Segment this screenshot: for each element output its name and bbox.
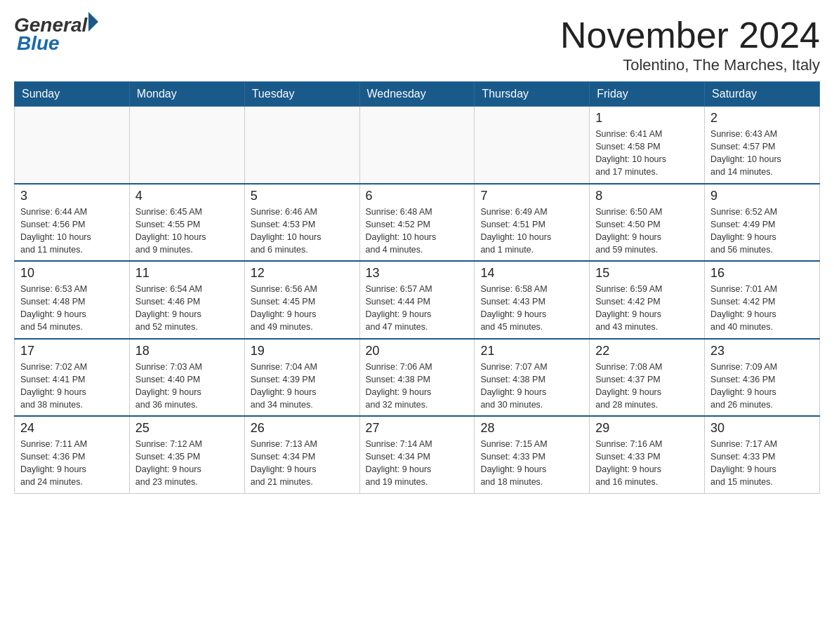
day-sun-info: Sunrise: 6:56 AM Sunset: 4:45 PM Dayligh… bbox=[251, 283, 354, 334]
month-title: November 2024 bbox=[560, 14, 820, 56]
day-sun-info: Sunrise: 7:16 AM Sunset: 4:33 PM Dayligh… bbox=[595, 438, 699, 489]
day-sun-info: Sunrise: 6:46 AM Sunset: 4:53 PM Dayligh… bbox=[251, 206, 354, 257]
day-sun-info: Sunrise: 7:04 AM Sunset: 4:39 PM Dayligh… bbox=[251, 361, 354, 412]
day-number: 6 bbox=[366, 189, 469, 203]
day-number: 13 bbox=[366, 266, 469, 281]
calendar-cell bbox=[244, 107, 359, 184]
day-number: 29 bbox=[595, 421, 699, 436]
day-number: 1 bbox=[595, 111, 699, 126]
day-number: 27 bbox=[366, 421, 469, 436]
calendar-cell: 27Sunrise: 7:14 AM Sunset: 4:34 PM Dayli… bbox=[359, 416, 475, 493]
weekday-header-friday: Friday bbox=[590, 82, 705, 107]
day-number: 11 bbox=[135, 266, 239, 281]
day-sun-info: Sunrise: 7:12 AM Sunset: 4:35 PM Dayligh… bbox=[135, 438, 239, 489]
calendar-cell: 30Sunrise: 7:17 AM Sunset: 4:33 PM Dayli… bbox=[705, 416, 820, 493]
logo: General Blue bbox=[14, 14, 98, 55]
calendar-cell bbox=[15, 107, 130, 184]
weekday-header-row: SundayMondayTuesdayWednesdayThursdayFrid… bbox=[15, 82, 820, 107]
day-sun-info: Sunrise: 7:03 AM Sunset: 4:40 PM Dayligh… bbox=[135, 361, 239, 412]
calendar-cell: 10Sunrise: 6:53 AM Sunset: 4:48 PM Dayli… bbox=[15, 261, 130, 339]
day-number: 7 bbox=[480, 189, 583, 203]
calendar-cell: 28Sunrise: 7:15 AM Sunset: 4:33 PM Dayli… bbox=[475, 416, 590, 493]
day-number: 21 bbox=[480, 344, 583, 358]
weekday-header-saturday: Saturday bbox=[705, 82, 820, 107]
day-sun-info: Sunrise: 6:52 AM Sunset: 4:49 PM Dayligh… bbox=[710, 206, 814, 257]
day-sun-info: Sunrise: 6:53 AM Sunset: 4:48 PM Dayligh… bbox=[20, 283, 124, 334]
calendar-cell: 19Sunrise: 7:04 AM Sunset: 4:39 PM Dayli… bbox=[244, 339, 359, 417]
calendar-cell: 26Sunrise: 7:13 AM Sunset: 4:34 PM Dayli… bbox=[244, 416, 359, 493]
calendar-cell: 12Sunrise: 6:56 AM Sunset: 4:45 PM Dayli… bbox=[244, 261, 359, 339]
day-number: 25 bbox=[135, 421, 239, 436]
day-sun-info: Sunrise: 6:48 AM Sunset: 4:52 PM Dayligh… bbox=[366, 206, 469, 257]
day-sun-info: Sunrise: 6:43 AM Sunset: 4:57 PM Dayligh… bbox=[710, 128, 814, 179]
calendar-cell: 22Sunrise: 7:08 AM Sunset: 4:37 PM Dayli… bbox=[590, 339, 705, 417]
day-number: 5 bbox=[251, 189, 354, 203]
calendar-cell: 21Sunrise: 7:07 AM Sunset: 4:38 PM Dayli… bbox=[475, 339, 590, 417]
calendar-cell: 16Sunrise: 7:01 AM Sunset: 4:42 PM Dayli… bbox=[705, 261, 820, 339]
day-sun-info: Sunrise: 7:02 AM Sunset: 4:41 PM Dayligh… bbox=[20, 361, 124, 412]
calendar-week-row-5: 24Sunrise: 7:11 AM Sunset: 4:36 PM Dayli… bbox=[15, 416, 820, 493]
calendar-cell: 24Sunrise: 7:11 AM Sunset: 4:36 PM Dayli… bbox=[15, 416, 130, 493]
calendar-week-row-2: 3Sunrise: 6:44 AM Sunset: 4:56 PM Daylig… bbox=[15, 184, 820, 262]
calendar-cell: 7Sunrise: 6:49 AM Sunset: 4:51 PM Daylig… bbox=[475, 184, 590, 262]
calendar-cell: 3Sunrise: 6:44 AM Sunset: 4:56 PM Daylig… bbox=[15, 184, 130, 262]
weekday-header-thursday: Thursday bbox=[475, 82, 590, 107]
calendar-cell: 9Sunrise: 6:52 AM Sunset: 4:49 PM Daylig… bbox=[705, 184, 820, 262]
day-sun-info: Sunrise: 7:08 AM Sunset: 4:37 PM Dayligh… bbox=[595, 361, 699, 412]
weekday-header-wednesday: Wednesday bbox=[359, 82, 475, 107]
calendar-cell bbox=[359, 107, 475, 184]
day-sun-info: Sunrise: 6:54 AM Sunset: 4:46 PM Dayligh… bbox=[135, 283, 239, 334]
calendar-cell: 1Sunrise: 6:41 AM Sunset: 4:58 PM Daylig… bbox=[590, 107, 705, 184]
calendar-cell: 20Sunrise: 7:06 AM Sunset: 4:38 PM Dayli… bbox=[359, 339, 475, 417]
title-section: November 2024 Tolentino, The Marches, It… bbox=[560, 14, 820, 74]
calendar-cell: 29Sunrise: 7:16 AM Sunset: 4:33 PM Dayli… bbox=[590, 416, 705, 493]
calendar-week-row-4: 17Sunrise: 7:02 AM Sunset: 4:41 PM Dayli… bbox=[15, 339, 820, 417]
calendar-cell: 14Sunrise: 6:58 AM Sunset: 4:43 PM Dayli… bbox=[475, 261, 590, 339]
logo-blue-text: Blue bbox=[17, 32, 60, 55]
day-number: 19 bbox=[251, 344, 354, 358]
day-sun-info: Sunrise: 6:50 AM Sunset: 4:50 PM Dayligh… bbox=[595, 206, 699, 257]
day-number: 14 bbox=[480, 266, 583, 281]
location-text: Tolentino, The Marches, Italy bbox=[560, 56, 820, 74]
calendar-cell: 15Sunrise: 6:59 AM Sunset: 4:42 PM Dayli… bbox=[590, 261, 705, 339]
day-number: 24 bbox=[20, 421, 124, 436]
day-number: 22 bbox=[595, 344, 699, 358]
day-sun-info: Sunrise: 7:13 AM Sunset: 4:34 PM Dayligh… bbox=[251, 438, 354, 489]
calendar-cell: 6Sunrise: 6:48 AM Sunset: 4:52 PM Daylig… bbox=[359, 184, 475, 262]
calendar-cell: 5Sunrise: 6:46 AM Sunset: 4:53 PM Daylig… bbox=[244, 184, 359, 262]
calendar-week-row-3: 10Sunrise: 6:53 AM Sunset: 4:48 PM Dayli… bbox=[15, 261, 820, 339]
day-sun-info: Sunrise: 6:44 AM Sunset: 4:56 PM Dayligh… bbox=[20, 206, 124, 257]
day-sun-info: Sunrise: 6:57 AM Sunset: 4:44 PM Dayligh… bbox=[366, 283, 469, 334]
day-number: 15 bbox=[595, 266, 699, 281]
calendar-cell: 2Sunrise: 6:43 AM Sunset: 4:57 PM Daylig… bbox=[705, 107, 820, 184]
calendar-cell: 18Sunrise: 7:03 AM Sunset: 4:40 PM Dayli… bbox=[129, 339, 244, 417]
day-number: 12 bbox=[251, 266, 354, 281]
day-sun-info: Sunrise: 7:14 AM Sunset: 4:34 PM Dayligh… bbox=[366, 438, 469, 489]
day-number: 16 bbox=[710, 266, 814, 281]
day-number: 4 bbox=[135, 189, 239, 203]
day-number: 30 bbox=[710, 421, 814, 436]
day-sun-info: Sunrise: 7:11 AM Sunset: 4:36 PM Dayligh… bbox=[20, 438, 124, 489]
logo-arrow-icon bbox=[88, 12, 98, 32]
day-sun-info: Sunrise: 6:49 AM Sunset: 4:51 PM Dayligh… bbox=[480, 206, 583, 257]
day-sun-info: Sunrise: 7:09 AM Sunset: 4:36 PM Dayligh… bbox=[710, 361, 814, 412]
weekday-header-sunday: Sunday bbox=[15, 82, 130, 107]
day-sun-info: Sunrise: 7:01 AM Sunset: 4:42 PM Dayligh… bbox=[710, 283, 814, 334]
day-number: 23 bbox=[710, 344, 814, 358]
calendar-cell: 25Sunrise: 7:12 AM Sunset: 4:35 PM Dayli… bbox=[129, 416, 244, 493]
calendar-cell: 11Sunrise: 6:54 AM Sunset: 4:46 PM Dayli… bbox=[129, 261, 244, 339]
calendar-week-row-1: 1Sunrise: 6:41 AM Sunset: 4:58 PM Daylig… bbox=[15, 107, 820, 184]
day-number: 18 bbox=[135, 344, 239, 358]
calendar-table: SundayMondayTuesdayWednesdayThursdayFrid… bbox=[14, 81, 820, 494]
day-sun-info: Sunrise: 6:45 AM Sunset: 4:55 PM Dayligh… bbox=[135, 206, 239, 257]
calendar-cell: 17Sunrise: 7:02 AM Sunset: 4:41 PM Dayli… bbox=[15, 339, 130, 417]
day-number: 28 bbox=[480, 421, 583, 436]
day-sun-info: Sunrise: 6:41 AM Sunset: 4:58 PM Dayligh… bbox=[595, 128, 699, 179]
day-number: 17 bbox=[20, 344, 124, 358]
day-sun-info: Sunrise: 7:06 AM Sunset: 4:38 PM Dayligh… bbox=[366, 361, 469, 412]
day-number: 10 bbox=[20, 266, 124, 281]
calendar-cell: 23Sunrise: 7:09 AM Sunset: 4:36 PM Dayli… bbox=[705, 339, 820, 417]
day-sun-info: Sunrise: 6:59 AM Sunset: 4:42 PM Dayligh… bbox=[595, 283, 699, 334]
day-number: 26 bbox=[251, 421, 354, 436]
weekday-header-tuesday: Tuesday bbox=[244, 82, 359, 107]
